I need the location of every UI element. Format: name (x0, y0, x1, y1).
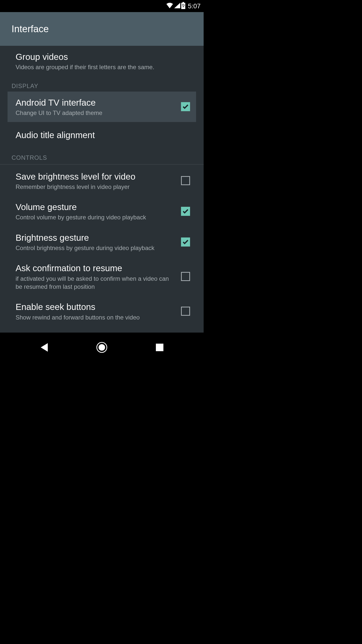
setting-android-tv-interface[interactable]: Android TV interface Change UI to TV ada… (8, 92, 196, 122)
setting-title: Volume gesture (16, 201, 176, 213)
checkbox[interactable] (181, 307, 190, 316)
wifi-icon (166, 3, 173, 9)
checkbox[interactable] (181, 272, 190, 281)
setting-title: Enable seek buttons (16, 301, 176, 313)
setting-subtitle: if activated you will be asked to confir… (16, 275, 176, 291)
setting-group-videos[interactable]: Group videos Videos are grouped if their… (0, 46, 204, 76)
svg-rect-5 (156, 344, 163, 351)
section-header-controls: CONTROLS (0, 148, 204, 165)
setting-title: Ask confirmation to resume (16, 262, 176, 274)
home-button[interactable] (96, 341, 108, 354)
setting-subtitle: Control brightness by gesture during vid… (16, 244, 176, 252)
setting-title: Audio title alignment (16, 129, 196, 141)
page-title: Interface (12, 24, 49, 34)
section-header-display: DISPLAY (0, 76, 204, 92)
setting-volume-gesture[interactable]: Volume gesture Control volume by gesture… (0, 196, 204, 227)
recent-apps-button[interactable] (153, 341, 166, 354)
setting-enable-seek-buttons[interactable]: Enable seek buttons Show rewind and forw… (0, 296, 204, 327)
setting-title: Save brightness level for video (16, 171, 176, 182)
setting-subtitle: Videos are grouped if their first letter… (16, 63, 196, 71)
settings-content: Group videos Videos are grouped if their… (0, 46, 204, 333)
setting-subtitle: Control volume by gesture during video p… (16, 213, 176, 221)
checkbox[interactable] (181, 237, 190, 247)
setting-ask-confirmation-resume[interactable]: Ask confirmation to resume if activated … (0, 257, 204, 296)
signal-icon (174, 3, 180, 9)
setting-title: Group videos (16, 51, 196, 63)
app-header: Interface (0, 12, 204, 46)
setting-title: Android TV interface (16, 97, 176, 108)
svg-point-4 (99, 344, 105, 351)
setting-subtitle: Remember brightness level in video playe… (16, 183, 176, 191)
navigation-bar (0, 333, 204, 362)
battery-icon: 71 (181, 2, 185, 10)
status-bar: 71 5:07 (0, 0, 204, 12)
checkbox[interactable] (181, 207, 190, 216)
setting-save-brightness[interactable]: Save brightness level for video Remember… (0, 166, 204, 196)
setting-subtitle: Show rewind and forward buttons on the v… (16, 313, 176, 321)
back-button[interactable] (38, 341, 50, 354)
setting-title: Brightness gesture (16, 232, 176, 244)
svg-rect-0 (183, 2, 184, 3)
setting-audio-title-alignment[interactable]: Audio title alignment (0, 122, 204, 148)
setting-subtitle: Change UI to TV adapted theme (16, 109, 176, 117)
checkbox[interactable] (181, 176, 190, 185)
checkbox[interactable] (181, 102, 190, 111)
setting-brightness-gesture[interactable]: Brightness gesture Control brightness by… (0, 227, 204, 257)
clock-text: 5:07 (188, 2, 201, 10)
